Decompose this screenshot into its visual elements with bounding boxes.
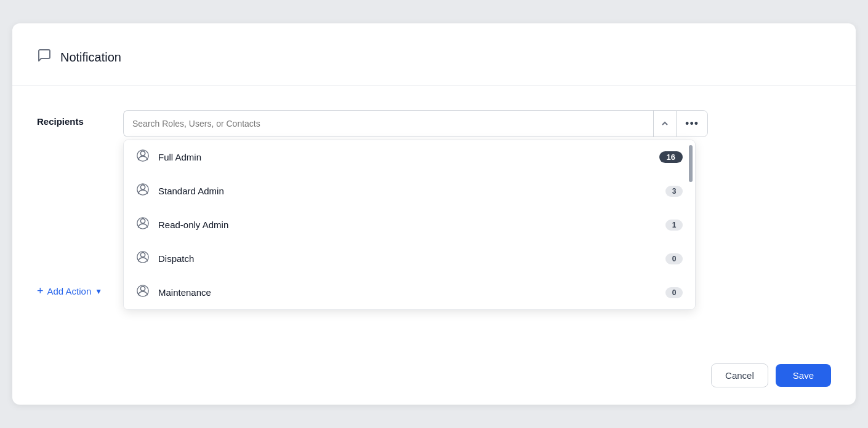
role-name: Dispatch xyxy=(158,253,657,264)
svg-point-4 xyxy=(140,219,145,223)
recipients-dropdown: Full Admin 16 Standard Admin 3 xyxy=(123,140,696,310)
role-icon xyxy=(136,149,150,165)
main-card: Notification Recipients ••• nt is xyxy=(12,23,856,405)
recipients-label: Recipients xyxy=(37,110,111,127)
list-item[interactable]: Read-only Admin 1 xyxy=(124,208,695,242)
role-name: Read-only Admin xyxy=(158,220,657,230)
search-input[interactable] xyxy=(132,119,645,129)
role-icon xyxy=(136,183,150,199)
role-name: Maintenance xyxy=(158,287,657,298)
role-badge: 0 xyxy=(665,287,683,298)
cancel-button[interactable]: Cancel xyxy=(711,363,768,387)
footer-row: Cancel Save xyxy=(711,363,831,387)
save-button[interactable]: Save xyxy=(776,364,831,387)
list-item[interactable]: Full Admin 16 xyxy=(124,140,695,174)
role-badge: 16 xyxy=(659,151,683,163)
list-item[interactable]: Dispatch 0 xyxy=(124,242,695,275)
more-options-button[interactable]: ••• xyxy=(676,110,708,137)
add-action-button[interactable]: + Add Action ▼ xyxy=(37,285,102,298)
search-input-wrapper[interactable] xyxy=(123,110,653,137)
list-item[interactable]: Maintenance 0 xyxy=(124,275,695,309)
add-action-label: Add Action xyxy=(47,286,92,296)
recipients-input-group: ••• nt is Fu xyxy=(123,110,708,137)
role-badge: 3 xyxy=(665,186,683,197)
svg-point-2 xyxy=(140,185,145,189)
notification-icon xyxy=(37,48,52,66)
role-icon xyxy=(136,216,150,233)
scrollbar[interactable] xyxy=(689,145,693,182)
list-item[interactable]: Standard Admin 3 xyxy=(124,174,695,208)
role-badge: 0 xyxy=(665,253,683,264)
plus-icon: + xyxy=(37,285,44,298)
role-name: Standard Admin xyxy=(158,186,657,196)
svg-point-6 xyxy=(140,253,145,257)
card-body: Recipients ••• nt is xyxy=(12,85,856,322)
recipients-row: Recipients ••• nt is xyxy=(37,110,831,137)
role-icon xyxy=(136,250,150,267)
chevron-down-icon: ▼ xyxy=(95,287,102,296)
page-title: Notification xyxy=(60,50,121,65)
card-header: Notification xyxy=(12,23,856,85)
role-icon xyxy=(136,284,150,301)
role-badge: 1 xyxy=(665,220,683,231)
role-name: Full Admin xyxy=(158,152,651,162)
chevron-up-button[interactable] xyxy=(653,110,676,137)
svg-point-8 xyxy=(140,287,145,291)
svg-point-0 xyxy=(140,151,145,156)
